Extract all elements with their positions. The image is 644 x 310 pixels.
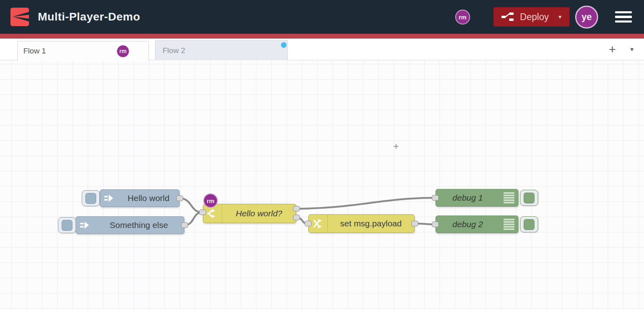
add-flow-button[interactable]: +	[609, 43, 616, 55]
deploy-nodes-icon	[502, 12, 514, 21]
port-out1-switch[interactable]	[293, 206, 300, 211]
tab-collaborator-badge: rm	[117, 45, 129, 57]
hamburger-menu-icon	[615, 11, 632, 14]
inject-trigger-button[interactable]	[82, 190, 100, 206]
change-shuffle-icon	[309, 215, 328, 232]
node-red-logo-icon	[10, 8, 29, 26]
port-out-change[interactable]	[411, 221, 418, 226]
chevron-down-icon[interactable]: ▾	[558, 13, 561, 21]
flow-tab-bar: Flow 1 rm Flow 2 + ▾	[0, 39, 644, 60]
tab-flow-1[interactable]: Flow 1 rm	[17, 41, 149, 61]
node-label: set msg.payload	[328, 215, 414, 232]
inject-arrow-icon	[76, 217, 94, 234]
debug-lines-icon	[500, 216, 518, 233]
flow-list-caret-icon[interactable]: ▾	[630, 46, 634, 53]
tab-flow-2-label: Flow 2	[163, 46, 185, 55]
deploy-button[interactable]: Deploy ▾	[493, 7, 570, 27]
node-label: debug 2	[436, 216, 500, 233]
tab-flow-2[interactable]: Flow 2	[155, 40, 288, 61]
wire-inject1-switch[interactable]	[180, 198, 202, 212]
tab-flow-1-label: Flow 1	[23, 47, 46, 55]
inject-trigger-button[interactable]	[58, 217, 76, 233]
inject-arrow-icon	[100, 190, 118, 207]
node-label: Hello world?	[222, 204, 296, 223]
port-out-inject1[interactable]	[176, 195, 183, 201]
debug-lines-icon	[500, 189, 518, 206]
flow-workspace[interactable]: Hello world Something else Hello world?	[0, 60, 644, 310]
header-accent-divider	[0, 34, 644, 39]
wire-switch-debug1[interactable]	[296, 198, 434, 209]
editing-collaborator-badge: rm	[203, 193, 218, 208]
node-label: Something else	[94, 217, 184, 234]
page-title: Multi-Player-Demo	[38, 10, 140, 23]
unread-dot	[281, 42, 287, 48]
wire-layer	[0, 60, 644, 310]
port-in-debug1[interactable]	[432, 195, 439, 201]
port-in-switch[interactable]	[199, 209, 206, 215]
node-switch-hello-world[interactable]: Hello world?	[203, 204, 296, 223]
port-in-debug2[interactable]	[432, 222, 439, 227]
main-menu-button[interactable]	[615, 10, 632, 25]
node-label: debug 1	[436, 189, 500, 206]
deploy-label: Deploy	[520, 12, 549, 23]
app-header: Multi-Player-Demo rm Deploy ▾ ye	[0, 0, 644, 34]
node-inject-something-else[interactable]: Something else	[76, 216, 184, 234]
node-debug-1[interactable]: debug 1	[436, 189, 518, 207]
debug-toggle-button[interactable]	[520, 190, 538, 206]
collaborator-avatar[interactable]: rm	[455, 10, 470, 25]
port-in-change[interactable]	[305, 221, 312, 226]
port-out2-switch[interactable]	[293, 215, 300, 220]
node-debug-2[interactable]: debug 2	[436, 216, 518, 233]
port-out-inject2[interactable]	[181, 222, 188, 228]
node-label: Hello world	[118, 190, 179, 207]
debug-toggle-button[interactable]	[520, 216, 538, 232]
user-avatar[interactable]: ye	[575, 6, 598, 29]
node-inject-hello-world[interactable]: Hello world	[100, 189, 180, 207]
mouse-cursor: +	[393, 141, 399, 152]
node-change-set-msg-payload[interactable]: set msg.payload	[308, 214, 415, 233]
